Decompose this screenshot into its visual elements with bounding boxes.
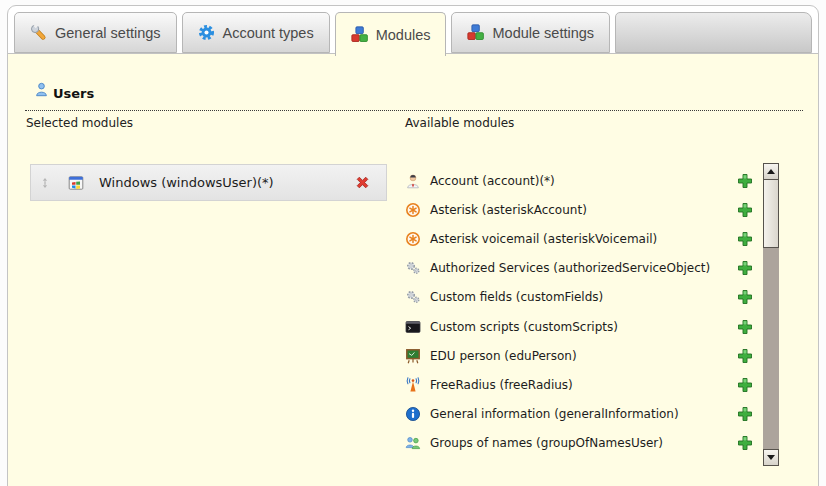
tab-label: Modules [376,27,431,43]
add-module-button[interactable] [737,435,753,451]
module-row-custom-scripts: Custom scripts (customScripts) [405,312,753,341]
windows-icon [68,175,84,191]
add-module-button[interactable] [737,377,753,393]
available-modules-heading: Available modules [405,116,514,130]
module-row-custom-fields: Custom fields (customFields) [405,283,753,312]
module-row-asterisk: Asterisk (asteriskAccount) [405,195,753,224]
modules-panel: Users Selected modules Available modules [8,53,818,486]
module-row-authorized-services: Authorized Services (authorizedServiceOb… [405,254,753,283]
tab-modules[interactable]: Modules [335,12,447,56]
settings-window: General settings Account types Modul [7,5,819,486]
add-module-button[interactable] [737,260,753,276]
custom-fields-icon [405,289,421,305]
info-icon [405,406,421,422]
add-module-button[interactable] [737,173,753,189]
module-row-general-information: General information (generalInformation) [405,400,753,429]
module-label: General information (generalInformation) [430,407,679,421]
available-modules-list: Account (account)(*) Asterisk (asteriskA… [405,166,753,458]
drag-handle-icon[interactable] [39,176,51,190]
module-row-groups-of-names: Groups of names (groupOfNamesUser) [405,429,753,458]
custom-scripts-icon [405,319,421,335]
module-label: Groups of names (groupOfNamesUser) [430,436,663,450]
module-label: Custom scripts (customScripts) [430,320,618,334]
groups-of-names-icon [405,435,421,451]
tab-bar: General settings Account types Modul [8,6,818,53]
asterisk-voicemail-icon [405,231,421,247]
wrench-icon [30,24,47,41]
selected-module-label: Windows (windowsUser)(*) [99,175,274,190]
asterisk-icon [405,202,421,218]
edu-person-icon [405,348,421,364]
arrow-up-icon [767,169,775,174]
module-label: Asterisk (asteriskAccount) [430,203,587,217]
module-label: Account (account)(*) [430,174,555,188]
module-label: EDU person (eduPerson) [430,349,577,363]
tab-general-settings[interactable]: General settings [14,12,177,53]
scroll-down-button[interactable] [763,449,779,466]
scroll-up-button[interactable] [763,163,779,180]
module-label: Asterisk voicemail (asteriskVoicemail) [430,232,657,246]
authorized-services-icon [405,260,421,276]
users-section-header: Users [25,83,803,111]
tab-account-types[interactable]: Account types [182,12,330,53]
selected-module-row[interactable]: Windows (windowsUser)(*) [30,164,387,201]
remove-module-button[interactable] [354,174,371,191]
module-row-asterisk-voicemail: Asterisk voicemail (asteriskVoicemail) [405,224,753,253]
add-module-button[interactable] [737,348,753,364]
module-label: FreeRadius (freeRadius) [430,378,573,392]
selected-modules-heading: Selected modules [26,116,133,130]
modules-icon [351,26,368,43]
module-row-edu-person: EDU person (eduPerson) [405,341,753,370]
add-module-button[interactable] [737,231,753,247]
user-icon [34,82,49,97]
section-title: Users [53,86,94,101]
tab-label: Account types [223,25,314,41]
freeradius-icon [405,377,421,393]
tab-module-settings[interactable]: Module settings [451,12,610,53]
add-module-button[interactable] [737,289,753,305]
add-module-button[interactable] [737,202,753,218]
module-label: Custom fields (customFields) [430,290,603,304]
module-settings-icon [467,24,484,41]
add-module-button[interactable] [737,406,753,422]
scrollbar-thumb[interactable] [763,179,779,248]
add-module-button[interactable] [737,319,753,335]
tab-label: General settings [55,25,161,41]
arrow-down-icon [767,455,775,460]
available-modules-scrollbar [763,163,779,466]
tab-label: Module settings [492,25,594,41]
gear-icon [198,24,215,41]
module-row-freeradius: FreeRadius (freeRadius) [405,370,753,399]
account-icon [405,173,421,189]
module-label: Authorized Services (authorizedServiceOb… [430,261,710,275]
tab-bar-filler [615,12,812,53]
module-row-account: Account (account)(*) [405,166,753,195]
